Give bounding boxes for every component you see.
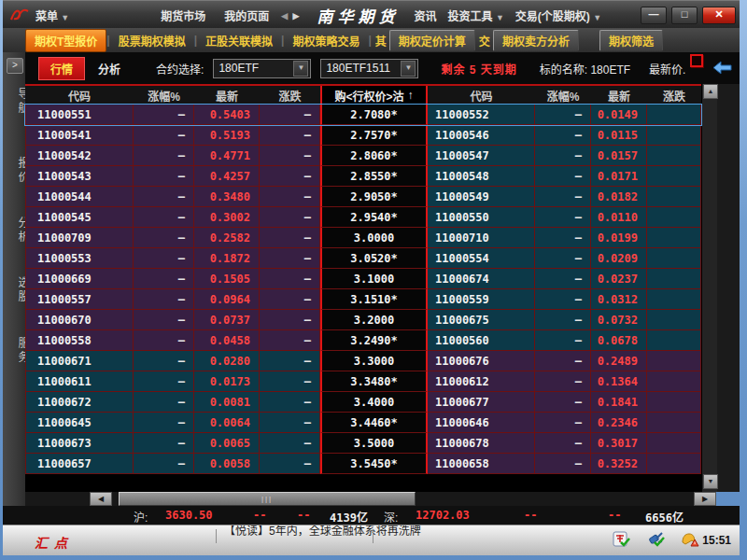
put-change-cell: [647, 248, 701, 269]
scroll-down-icon[interactable]: ▼: [703, 474, 718, 489]
latest-price-label: 最新价.: [649, 61, 685, 77]
put-change-pct-cell: —: [535, 187, 591, 207]
menu-news[interactable]: 资讯: [415, 7, 437, 23]
header-put-last[interactable]: 最新: [591, 86, 647, 105]
header-call-change-pct[interactable]: 涨幅%: [134, 86, 194, 105]
option-row[interactable]: 11000542—0.4771—2.8060*11000547—0.0157: [25, 146, 701, 166]
header-call-code[interactable]: 代码: [25, 86, 134, 105]
option-filter-button[interactable]: 期权筛选: [599, 30, 663, 51]
certificate-status-icon[interactable]: [613, 531, 631, 551]
put-last-cell: 0.0678: [591, 330, 647, 351]
sidebar-expand-button[interactable]: >: [7, 58, 23, 74]
chevron-down-icon[interactable]: ▼: [293, 61, 308, 77]
put-code-cell: 11000674: [428, 269, 535, 289]
put-change-pct-cell: —: [535, 146, 591, 166]
option-row[interactable]: 11000709—0.2582—3.000011000710—0.0199: [25, 228, 701, 248]
call-last-cell: 0.0081: [194, 392, 260, 413]
put-change-cell: [647, 289, 701, 310]
option-row[interactable]: 11000672—0.0081—3.400011000677—0.1841: [25, 392, 701, 413]
option-row[interactable]: 11000611—0.0173—3.3480*11000612—0.1364: [25, 371, 701, 392]
header-call-last[interactable]: 最新: [194, 86, 260, 105]
view-analysis-button[interactable]: 分析: [87, 58, 132, 79]
call-change-cell: —: [260, 105, 320, 125]
close-button[interactable]: ✕: [702, 7, 736, 24]
scrollbar-thumb[interactable]: |||: [119, 492, 416, 506]
horizontal-scrollbar[interactable]: ◀ ||| ▶: [25, 492, 716, 506]
call-change-cell: —: [260, 454, 320, 474]
header-call-change[interactable]: 涨跌: [260, 86, 320, 105]
put-change-cell: [647, 269, 701, 289]
strike-cell: 2.9540*: [320, 207, 428, 228]
back-arrow-icon[interactable]: [712, 61, 732, 77]
header-put-change[interactable]: 涨跌: [647, 86, 701, 105]
tab-option-t-quote[interactable]: 期权T型报价: [25, 29, 106, 52]
sh-index-value: 3630.50: [165, 509, 213, 522]
header-put-change-pct[interactable]: 涨幅%: [535, 86, 591, 105]
connection-status-icon[interactable]: [647, 531, 666, 551]
option-row[interactable]: 11000673—0.0065—3.500011000678—0.3017: [25, 433, 701, 454]
call-last-cell: 0.0064: [194, 413, 260, 433]
menu-invest-tools[interactable]: 投资工具 ▼: [448, 7, 504, 23]
scroll-left-icon[interactable]: ◀: [90, 492, 112, 506]
put-change-cell: [647, 146, 701, 166]
put-last-cell: 0.2346: [591, 413, 647, 433]
call-change-pct-cell: —: [134, 413, 194, 433]
strike-cell: 3.3480*: [320, 371, 428, 392]
arrow-left-icon[interactable]: ◀: [281, 11, 288, 21]
sz-index-value: 12702.03: [416, 509, 470, 522]
option-row[interactable]: 11000558—0.0458—3.2490*11000560—0.0678: [25, 330, 701, 351]
arrow-right-icon[interactable]: ▶: [293, 11, 300, 21]
put-change-pct-cell: —: [535, 371, 591, 392]
option-row[interactable]: 11000545—0.3002—2.9540*11000550—0.0110: [25, 207, 701, 228]
tab-my-page[interactable]: 我的页面: [224, 7, 269, 23]
vertical-scrollbar[interactable]: ▲ ▼: [701, 84, 717, 492]
option-row[interactable]: 11000541—0.5193—2.7570*11000546—0.0115: [25, 125, 701, 146]
scroll-right-icon[interactable]: ▶: [694, 492, 716, 506]
option-pricing-calc-button[interactable]: 期权定价计算: [389, 30, 475, 51]
tab-futures-market[interactable]: 期货市场: [161, 7, 205, 23]
tab-option-strategy[interactable]: 期权策略交易: [284, 33, 368, 49]
call-change-cell: —: [260, 330, 320, 351]
chevron-down-icon[interactable]: ▼: [401, 61, 416, 77]
quote-rows: 11000551—0.5403—2.7080*11000552—0.014911…: [25, 105, 701, 474]
put-change-cell: [647, 125, 701, 146]
maximize-button[interactable]: □: [671, 7, 698, 24]
view-quote-button[interactable]: 行情: [38, 57, 85, 80]
put-last-cell: 0.0199: [591, 228, 647, 248]
series-select[interactable]: 180ETF ▼: [213, 59, 311, 78]
tab-partial-label: 交: [479, 33, 490, 49]
option-row[interactable]: 11000543—0.4257—2.8550*11000548—0.0171: [25, 166, 701, 187]
strike-cell: 3.5000: [320, 433, 428, 454]
call-last-cell: 0.1505: [194, 269, 260, 289]
alert-status-icon[interactable]: [681, 531, 699, 551]
call-last-cell: 0.0173: [194, 371, 260, 392]
minimize-button[interactable]: —: [641, 7, 667, 24]
call-change-pct-cell: —: [134, 433, 194, 454]
tab-stock-link-sim[interactable]: 正股关联模拟: [197, 33, 281, 49]
contract-select[interactable]: 180ETF1511 ▼: [320, 59, 418, 78]
strike-cell: 3.0520*: [320, 248, 428, 269]
option-row[interactable]: 11000670—0.0737—3.200011000675—0.0732: [25, 310, 701, 330]
header-put-code[interactable]: 代码: [428, 86, 535, 105]
option-row[interactable]: 11000553—0.1872—3.0520*11000554—0.0209: [25, 248, 701, 269]
call-change-cell: —: [260, 351, 320, 371]
put-code-cell: 11000559: [428, 289, 535, 310]
option-row[interactable]: 11000669—0.1505—3.100011000674—0.0237: [25, 269, 701, 289]
red-indicator-icon: [690, 54, 703, 67]
option-row[interactable]: 11000645—0.0064—3.4460*11000646—0.2346: [25, 413, 701, 433]
tab-stock-option-sim[interactable]: 股票期权模拟: [110, 33, 194, 49]
call-code-cell: 11000542: [25, 146, 134, 166]
menu-button[interactable]: 菜单 ▼: [35, 7, 69, 23]
call-last-cell: 0.2582: [194, 228, 260, 248]
put-last-cell: 0.1364: [591, 371, 647, 392]
scroll-up-icon[interactable]: ▲: [703, 84, 718, 99]
option-row[interactable]: 11000657—0.0058—3.5450*11000658—0.3252: [25, 454, 701, 474]
header-strike[interactable]: 购<行权价>沽 ↑: [320, 86, 428, 105]
option-row[interactable]: 11000671—0.0280—3.300011000676—0.2489: [25, 351, 701, 371]
option-row[interactable]: 11000551—0.5403—2.7080*11000552—0.0149: [25, 105, 701, 125]
option-row[interactable]: 11000544—0.3480—2.9050*11000549—0.0182: [25, 187, 701, 207]
put-code-cell: 11000678: [428, 433, 535, 454]
menu-trade[interactable]: 交易(个股期权) ▼: [515, 7, 601, 23]
option-seller-analysis-button[interactable]: 期权卖方分析: [493, 30, 579, 51]
option-row[interactable]: 11000557—0.0964—3.1510*11000559—0.0312: [25, 289, 701, 310]
